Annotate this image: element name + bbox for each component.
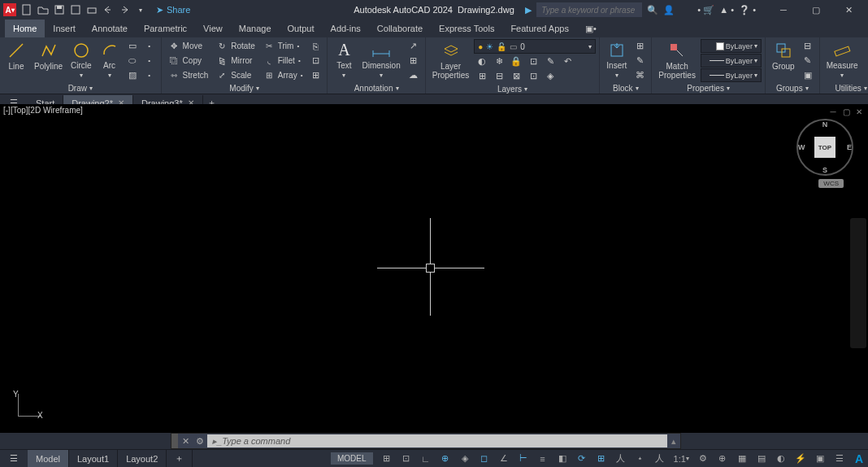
groupbbox-icon[interactable]: ▣ [800, 68, 816, 82]
layer-misc5-icon[interactable]: ◈ [542, 69, 558, 83]
layerproperties-button[interactable]: Layer Properties [429, 39, 473, 81]
color-dropdown[interactable]: ByLayer▾ [701, 39, 762, 53]
wcs-badge[interactable]: WCS [818, 179, 844, 188]
circle-button[interactable]: Circle▾ [67, 39, 95, 81]
command-input[interactable]: ▸_ Type a command [207, 434, 667, 447]
search-input[interactable] [536, 2, 642, 17]
app-icon[interactable]: ▲ • [719, 5, 734, 15]
annoscale-icon[interactable]: 人 [612, 451, 630, 467]
viewcube-east[interactable]: E [847, 143, 852, 151]
canvas-max-icon[interactable]: ▢ [840, 106, 852, 117]
annotation-monitor-icon[interactable]: ⊕ [714, 451, 731, 467]
dynamic-input-icon[interactable]: ⊞ [592, 451, 610, 467]
text-button[interactable]: AText▾ [331, 39, 357, 81]
tab-insert[interactable]: Insert [45, 20, 84, 37]
customize-status-icon[interactable]: ☰ [831, 451, 848, 467]
tab-expand-icon[interactable]: ▣• [577, 20, 605, 37]
cmdline-history-icon[interactable]: ▴ [667, 436, 680, 447]
canvas-min-icon[interactable]: ─ [827, 106, 839, 117]
cmdline-customize-icon[interactable]: ⚙ [193, 436, 207, 447]
matchprops-button[interactable]: Match Properties [655, 39, 699, 81]
add-layout-button[interactable]: ＋ [167, 450, 193, 467]
3dosnap-toggle-icon[interactable]: ∠ [495, 451, 513, 467]
ungroup-icon[interactable]: ⊟ [800, 39, 816, 53]
otrack-toggle-icon[interactable]: ⊢ [514, 451, 532, 467]
polyline-button[interactable]: Polyline [31, 39, 66, 81]
redo-icon[interactable] [117, 2, 132, 17]
modify-misc1-icon[interactable]: ⎘ [307, 39, 323, 53]
lineweight-toggle-icon[interactable]: ≡ [534, 451, 552, 467]
command-line[interactable]: ✕ ⚙ ▸_ Type a command ▴ [171, 433, 681, 449]
tab-collaborate[interactable]: Collaborate [369, 20, 431, 37]
array-button[interactable]: ⊞Array • [260, 68, 306, 82]
workspace-switch-icon[interactable]: ⚙ [694, 451, 712, 467]
layer-dropdown[interactable]: ● ☀ 🔓 ▭ 0 ▾ [474, 39, 596, 54]
insertblock-button[interactable]: Insert▾ [603, 39, 630, 81]
stretch-button[interactable]: ⇿Stretch [165, 68, 212, 82]
quickprops-icon[interactable]: ▤ [753, 451, 770, 467]
ellipse-icon[interactable]: ⬭ [124, 54, 141, 68]
block-edit-icon[interactable]: ✎ [631, 54, 648, 68]
layer-match-icon[interactable]: ✎ [542, 55, 558, 68]
new-icon[interactable] [20, 2, 34, 17]
viewcube-north[interactable]: N [822, 120, 828, 129]
units-icon[interactable]: ▦ [733, 451, 751, 467]
drawing-canvas[interactable]: [-][Top][2D Wireframe] ─ ▢ ✕ Y X TOP N S… [0, 104, 868, 433]
save-icon[interactable] [52, 2, 67, 17]
viewcube-face[interactable]: TOP [814, 137, 835, 158]
annoscale2-icon[interactable]: 人 [651, 451, 669, 467]
layout-tab-layout2[interactable]: Layout2 [118, 450, 167, 467]
tab-parametric[interactable]: Parametric [136, 20, 195, 37]
saveas-icon[interactable] [68, 2, 83, 17]
open-icon[interactable] [36, 2, 50, 17]
fillet-button[interactable]: ◟Fillet • [260, 54, 306, 68]
layer-off-icon[interactable]: ◐ [474, 55, 490, 68]
draw-misc2-icon[interactable]: • [141, 54, 158, 68]
layer-lock-icon[interactable]: 🔒 [508, 55, 524, 68]
signin-icon[interactable]: 👤 [663, 5, 675, 15]
rectangle-icon[interactable]: ▭ [124, 39, 141, 53]
plot-icon[interactable] [85, 2, 99, 17]
grid-toggle-icon[interactable]: ⊞ [378, 451, 396, 467]
tab-home[interactable]: Home [5, 20, 45, 37]
layout-tab-layout1[interactable]: Layout1 [69, 450, 118, 467]
arc-button[interactable]: Arc▾ [97, 39, 123, 81]
isodraft-toggle-icon[interactable]: ◈ [456, 451, 474, 467]
dimension-button[interactable]: Dimension▾ [358, 39, 403, 81]
maximize-button[interactable]: ▢ [800, 0, 832, 20]
view-controls[interactable]: [-][Top][2D Wireframe] [3, 106, 83, 115]
osnap-toggle-icon[interactable]: ◻ [475, 451, 493, 467]
block-attr-icon[interactable]: ⌘ [631, 68, 648, 82]
layout-tab-model[interactable]: Model [28, 450, 69, 467]
annovisibility-icon[interactable]: ⋆ [631, 451, 649, 467]
search-play-icon[interactable]: ▶ [525, 5, 532, 15]
line-button[interactable]: Line [3, 39, 29, 81]
share-button[interactable]: ➤ Share [156, 5, 190, 15]
viewcube-west[interactable]: W [798, 143, 805, 151]
undo-icon[interactable] [101, 2, 115, 17]
tab-annotate[interactable]: Annotate [84, 20, 136, 37]
draw-misc3-icon[interactable]: • [141, 68, 158, 82]
move-button[interactable]: ✥Move [165, 39, 212, 53]
minimize-button[interactable]: ─ [767, 0, 800, 20]
cmdline-grip[interactable] [171, 434, 178, 448]
app-menu-button[interactable]: A▾ [3, 3, 16, 16]
tab-expresstools[interactable]: Express Tools [431, 20, 502, 37]
lineweight-dropdown[interactable]: ByLayer▾ [701, 54, 762, 68]
navigation-bar[interactable] [850, 218, 866, 348]
snap-toggle-icon[interactable]: ⊡ [397, 451, 415, 467]
util-point-icon[interactable]: ⊙ [863, 54, 868, 68]
transparency-toggle-icon[interactable]: ◧ [553, 451, 571, 467]
tab-addins[interactable]: Add-ins [323, 20, 369, 37]
modify-misc2-icon[interactable]: ⊡ [307, 54, 323, 68]
measure-button[interactable]: Measure▾ [823, 39, 861, 81]
table-icon[interactable]: ⊞ [406, 54, 422, 68]
util-select-icon[interactable]: ▭ [863, 68, 868, 82]
linetype-dropdown[interactable]: ByLayer▾ [701, 68, 762, 82]
layer-freeze-icon[interactable]: ❄ [491, 55, 507, 68]
layer-misc3-icon[interactable]: ⊠ [508, 69, 524, 83]
block-create-icon[interactable]: ⊞ [631, 39, 648, 53]
polar-toggle-icon[interactable]: ⊕ [436, 451, 454, 467]
group-button[interactable]: Group [769, 39, 798, 81]
canvas-close-icon[interactable]: ✕ [853, 106, 865, 117]
